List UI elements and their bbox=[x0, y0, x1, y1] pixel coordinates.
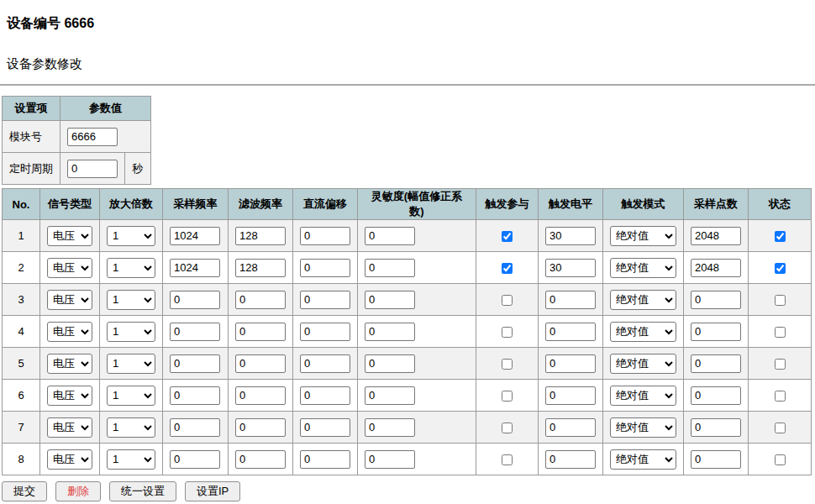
timer-period-input[interactable] bbox=[67, 160, 118, 178]
sample-rate-input[interactable] bbox=[170, 227, 220, 245]
status-checkbox[interactable] bbox=[775, 359, 786, 370]
dc-offset-input[interactable] bbox=[300, 354, 350, 373]
trigger-level-input[interactable] bbox=[545, 418, 596, 437]
sensitivity-input[interactable] bbox=[365, 227, 415, 245]
signal-type-select[interactable]: 电压 bbox=[47, 258, 92, 278]
sample-points-input[interactable] bbox=[691, 323, 741, 341]
signal-type-select[interactable]: 电压 bbox=[47, 449, 92, 470]
trigger-level-input[interactable] bbox=[545, 450, 596, 469]
sample-rate-input[interactable] bbox=[170, 259, 220, 277]
status-checkbox[interactable] bbox=[775, 295, 786, 306]
sensitivity-input[interactable] bbox=[365, 291, 415, 309]
settings-header-value: 参数值 bbox=[60, 97, 151, 121]
sensitivity-input[interactable] bbox=[365, 354, 415, 373]
delete-button[interactable]: 删除 bbox=[55, 481, 101, 501]
gain-select[interactable]: 1 bbox=[107, 417, 155, 438]
trigger-mode-select[interactable]: 绝对值 bbox=[610, 386, 676, 406]
cell bbox=[293, 348, 358, 380]
sample-rate-input[interactable] bbox=[170, 450, 220, 469]
sensitivity-input[interactable] bbox=[365, 323, 415, 341]
trigger-enabled-checkbox[interactable] bbox=[502, 359, 513, 370]
sensitivity-input[interactable] bbox=[365, 450, 415, 469]
filter-freq-input[interactable] bbox=[235, 291, 286, 309]
sample-points-input[interactable] bbox=[691, 291, 741, 309]
set-ip-button[interactable]: 设置IP bbox=[185, 481, 240, 501]
dc-offset-input[interactable] bbox=[300, 259, 350, 277]
trigger-mode-select[interactable]: 绝对值 bbox=[610, 417, 676, 438]
filter-freq-input[interactable] bbox=[235, 386, 286, 405]
sensitivity-input[interactable] bbox=[365, 259, 415, 277]
status-checkbox[interactable] bbox=[775, 263, 786, 274]
gain-select[interactable]: 1 bbox=[107, 354, 155, 374]
sample-rate-input[interactable] bbox=[170, 354, 220, 373]
dc-offset-input[interactable] bbox=[300, 386, 350, 405]
trigger-enabled-checkbox[interactable] bbox=[502, 391, 513, 402]
trigger-enabled-checkbox[interactable] bbox=[502, 454, 513, 465]
settings-value-cell bbox=[60, 121, 151, 153]
sensitivity-input[interactable] bbox=[365, 386, 415, 405]
status-checkbox[interactable] bbox=[775, 391, 786, 402]
sample-points-input[interactable] bbox=[691, 450, 741, 469]
signal-type-select[interactable]: 电压 bbox=[47, 386, 92, 406]
filter-freq-input[interactable] bbox=[235, 227, 286, 245]
gain-select[interactable]: 1 bbox=[107, 322, 155, 342]
dc-offset-input[interactable] bbox=[300, 450, 350, 469]
sensitivity-input[interactable] bbox=[365, 418, 415, 437]
dc-offset-input[interactable] bbox=[300, 227, 350, 245]
filter-freq-input[interactable] bbox=[235, 259, 286, 277]
status-checkbox[interactable] bbox=[775, 231, 786, 242]
sample-points-input[interactable] bbox=[691, 354, 741, 373]
trigger-mode-select[interactable]: 绝对值 bbox=[610, 449, 676, 470]
dc-offset-input[interactable] bbox=[300, 323, 350, 341]
status-checkbox[interactable] bbox=[775, 327, 786, 338]
sample-points-input[interactable] bbox=[691, 386, 741, 405]
submit-button[interactable]: 提交 bbox=[2, 481, 47, 501]
trigger-level-input[interactable] bbox=[545, 227, 596, 245]
column-header: No. bbox=[3, 189, 40, 220]
sample-points-input[interactable] bbox=[691, 227, 741, 245]
trigger-mode-select[interactable]: 绝对值 bbox=[610, 290, 676, 310]
sample-rate-input[interactable] bbox=[170, 291, 220, 309]
gain-select[interactable]: 1 bbox=[107, 290, 155, 310]
trigger-enabled-checkbox[interactable] bbox=[502, 231, 513, 242]
sample-rate-input[interactable] bbox=[170, 386, 220, 405]
sample-rate-input[interactable] bbox=[170, 418, 220, 437]
gain-select[interactable]: 1 bbox=[107, 449, 155, 470]
gain-select[interactable]: 1 bbox=[107, 226, 155, 246]
trigger-level-input[interactable] bbox=[545, 291, 596, 309]
signal-type-select[interactable]: 电压 bbox=[47, 354, 92, 374]
filter-freq-input[interactable] bbox=[235, 323, 286, 341]
sample-points-input[interactable] bbox=[691, 418, 741, 437]
trigger-level-input[interactable] bbox=[545, 259, 596, 277]
signal-type-select[interactable]: 电压 bbox=[47, 322, 92, 342]
trigger-enabled-checkbox[interactable] bbox=[502, 327, 513, 338]
status-checkbox[interactable] bbox=[775, 423, 786, 433]
filter-freq-input[interactable] bbox=[235, 450, 286, 469]
signal-type-select[interactable]: 电压 bbox=[47, 290, 92, 310]
trigger-enabled-checkbox[interactable] bbox=[502, 423, 513, 433]
sample-points-input[interactable] bbox=[691, 259, 741, 277]
gain-select[interactable]: 1 bbox=[107, 258, 155, 278]
trigger-level-input[interactable] bbox=[545, 354, 596, 373]
trigger-level-input[interactable] bbox=[545, 386, 596, 405]
trigger-mode-select[interactable]: 绝对值 bbox=[610, 258, 676, 278]
dc-offset-input[interactable] bbox=[300, 418, 350, 437]
trigger-mode-select[interactable]: 绝对值 bbox=[610, 354, 676, 374]
trigger-enabled-checkbox[interactable] bbox=[502, 263, 513, 274]
gain-select[interactable]: 1 bbox=[107, 386, 155, 406]
module-number-input[interactable] bbox=[67, 128, 118, 146]
signal-type-select[interactable]: 电压 bbox=[47, 417, 92, 438]
filter-freq-input[interactable] bbox=[235, 418, 286, 437]
trigger-mode-select[interactable]: 绝对值 bbox=[610, 226, 676, 246]
sample-rate-input[interactable] bbox=[170, 323, 220, 341]
signal-type-select[interactable]: 电压 bbox=[47, 226, 92, 246]
trigger-level-input[interactable] bbox=[545, 323, 596, 341]
dc-offset-input[interactable] bbox=[300, 291, 350, 309]
settings-header-item: 设置项 bbox=[3, 97, 60, 121]
trigger-enabled-checkbox[interactable] bbox=[502, 295, 513, 306]
page-title: 设备编号 6666 bbox=[7, 15, 808, 33]
batch-set-button[interactable]: 统一设置 bbox=[109, 481, 176, 501]
filter-freq-input[interactable] bbox=[235, 354, 286, 373]
status-checkbox[interactable] bbox=[775, 454, 786, 465]
trigger-mode-select[interactable]: 绝对值 bbox=[610, 322, 676, 342]
